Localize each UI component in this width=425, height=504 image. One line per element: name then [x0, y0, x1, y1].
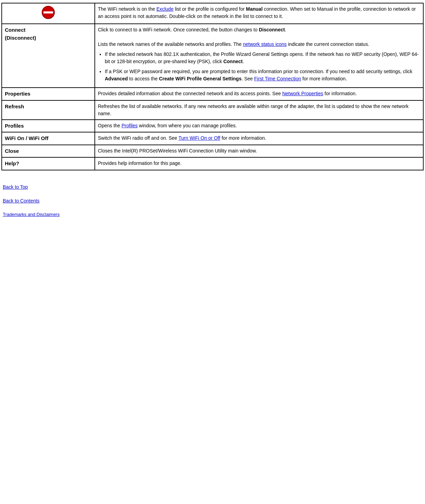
table-row: Properties Provides detailed information… — [2, 88, 423, 100]
list-item: If a PSK or WEP password are required, y… — [105, 68, 420, 82]
profiles-description: Opens the Profiles window, from where yo… — [95, 120, 423, 132]
close-description: Closes the Intel(R) PROSet/Wireless WiFi… — [95, 145, 423, 158]
icon-row-description: The WiFi network is on the Exclude list … — [95, 3, 423, 24]
turn-wifi-link[interactable]: Turn WiFi On or Off — [179, 135, 220, 141]
wifi-toggle-label: WiFi On / WiFi Off — [2, 132, 95, 145]
close-label: Close — [2, 145, 95, 158]
table-row: Connect(Disconnect) Click to connect to … — [2, 24, 423, 88]
table-row: The WiFi network is on the Exclude list … — [2, 3, 423, 24]
refresh-description: Refreshes the list of available networks… — [95, 100, 423, 120]
svg-rect-1 — [43, 11, 53, 13]
wifi-toggle-description: Switch the WiFi radio off and on. See Tu… — [95, 132, 423, 145]
back-to-contents-link[interactable]: Back to Contents — [3, 198, 424, 204]
network-status-icons-link[interactable]: network status icons — [243, 41, 287, 47]
connect-bullets: If the selected network has 802.1X authe… — [105, 51, 420, 82]
page-wrapper: The WiFi network is on the Exclude list … — [0, 0, 425, 239]
icon-cell — [2, 3, 95, 24]
help-label: Help? — [2, 157, 95, 170]
profiles-link[interactable]: Profiles — [122, 123, 138, 128]
refresh-label: Refresh — [2, 100, 95, 120]
table-row: Help? Provides help information for this… — [2, 157, 423, 170]
connect-description: Click to connect to a WiFi network. Once… — [95, 24, 423, 88]
properties-description: Provides detailed information about the … — [95, 88, 423, 100]
properties-label: Properties — [2, 88, 95, 100]
profiles-label: Profiles — [2, 120, 95, 132]
connect-label: Connect(Disconnect) — [2, 24, 95, 88]
table-row: Profiles Opens the Profiles window, from… — [2, 120, 423, 132]
exclude-link[interactable]: Exclude — [156, 6, 174, 12]
network-properties-link[interactable]: Network Properties — [282, 91, 323, 96]
trademarks-link[interactable]: Trademarks and Disclaimers — [3, 212, 424, 217]
table-row: Close Closes the Intel(R) PROSet/Wireles… — [2, 145, 423, 158]
list-item: If the selected network has 802.1X authe… — [105, 51, 420, 65]
no-entry-icon — [41, 15, 55, 20]
main-table: The WiFi network is on the Exclude list … — [1, 3, 424, 170]
first-time-connection-link[interactable]: First Time Connection — [254, 76, 301, 81]
table-row: Refresh Refreshes the list of available … — [2, 100, 423, 120]
back-to-top-link[interactable]: Back to Top — [3, 184, 424, 190]
footer: Back to Top Back to Contents Trademarks … — [1, 184, 424, 217]
table-row: WiFi On / WiFi Off Switch the WiFi radio… — [2, 132, 423, 145]
help-description: Provides help information for this page. — [95, 157, 423, 170]
